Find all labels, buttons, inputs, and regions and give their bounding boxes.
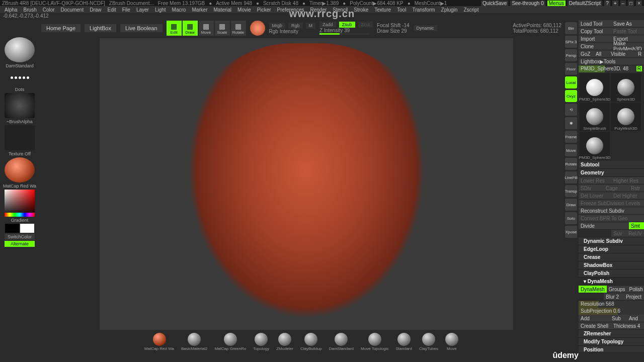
dynamesh-header[interactable]: ▾ DynaMesh	[579, 278, 644, 286]
help-icon[interactable]: ?	[604, 1, 610, 6]
frame-icon[interactable]: Frame	[565, 131, 577, 143]
brush-move-topologic[interactable]: Move Topologic	[361, 333, 388, 351]
move-icon[interactable]: Move	[565, 144, 577, 156]
defaultz-btn[interactable]: DefaultZScript	[568, 1, 602, 6]
suv-btn[interactable]: Suv	[611, 230, 626, 237]
seethrough[interactable]: See-through 0	[510, 1, 545, 6]
add-btn[interactable]: Add	[579, 315, 610, 322]
subtool-header[interactable]: Subtool	[579, 161, 644, 169]
brush-matcap-red-wa[interactable]: MatCap Red Wa	[144, 333, 174, 351]
menu-picker[interactable]: Picker	[255, 7, 274, 13]
zadd-chip[interactable]: Zadd	[319, 22, 336, 28]
brush-claybuildup[interactable]: ClayBuildup	[300, 333, 322, 351]
draw-icon[interactable]: Draw	[565, 199, 577, 211]
claypolish-header[interactable]: ClayPolish	[579, 269, 644, 278]
move-mode[interactable]: ▦Move	[199, 21, 214, 36]
quicksave-btn[interactable]: QuickSave	[481, 1, 508, 6]
modtopo-header[interactable]: Modify Topology	[579, 338, 644, 346]
copytool-btn[interactable]: Copy Tool	[579, 28, 611, 35]
visible-btn[interactable]: Visible	[609, 50, 636, 57]
floor-icon[interactable]: Floor	[565, 63, 577, 75]
brush-claytubes[interactable]: ClayTubes	[419, 333, 438, 351]
zremesher-header[interactable]: ZRemesher	[579, 330, 644, 338]
tool-slider[interactable]: PM3D_Sphere3D. 48R	[579, 65, 644, 72]
menu-movie[interactable]: Movie	[235, 7, 254, 13]
plus-icon[interactable]: +	[612, 1, 618, 6]
menu-stroke[interactable]: Stroke	[351, 7, 371, 13]
menus-btn[interactable]: Menus	[547, 1, 566, 6]
transp-icon[interactable]: Transp	[565, 185, 577, 197]
shadowbox-header[interactable]: ShadowBox	[579, 261, 644, 269]
smt-btn[interactable]: Smt	[629, 222, 644, 229]
draw-size[interactable]: Draw Size 29	[377, 28, 409, 34]
minimize-icon[interactable]: –	[620, 1, 626, 6]
subproj-slider[interactable]: SubProjection 0.6	[579, 308, 644, 315]
lightbox-btn[interactable]: LightBox	[85, 24, 116, 32]
menu-file[interactable]: File	[120, 7, 133, 13]
rotate-mode[interactable]: ▦Rotate	[231, 21, 246, 36]
menu-alpha[interactable]: Alpha	[2, 7, 20, 13]
reuv-btn[interactable]: ReUV	[626, 230, 644, 237]
r-btn[interactable]: R	[636, 50, 644, 57]
stroke-thumb[interactable]	[11, 69, 29, 86]
menu-draw[interactable]: Draw	[87, 7, 104, 13]
zcut-chip[interactable]: Zcut	[358, 22, 373, 28]
dynamic-chip[interactable]: Dynamic	[414, 25, 437, 31]
local-icon[interactable]: Local	[565, 76, 577, 88]
material-thumb[interactable]	[5, 157, 35, 183]
draw-mode[interactable]: ▦Draw	[183, 21, 198, 36]
position-header[interactable]: Position	[579, 346, 644, 352]
rotate-icon[interactable]: Rotate	[565, 158, 577, 170]
dynamesh-btn[interactable]: DynaMesh	[579, 286, 607, 293]
brush-standard[interactable]: Standard	[395, 333, 412, 351]
cage-btn[interactable]: Cage	[604, 185, 629, 192]
menu-stencil[interactable]: Stencil	[330, 7, 350, 13]
pastetool-btn[interactable]: Paste Tool	[611, 28, 644, 35]
blur-btn[interactable]: Blur 2	[604, 293, 624, 300]
brush-thumb[interactable]	[5, 37, 35, 62]
linefill-icon[interactable]: LineFill	[565, 171, 577, 184]
thickness-slider[interactable]: Thickness 4	[611, 322, 644, 329]
tool-pm3d_sphere3d[interactable]: PM3D_Sphere3D	[580, 132, 610, 160]
recon-btn[interactable]: Reconstruct Subdiv	[579, 207, 644, 214]
lowerres-btn[interactable]: Lower Res	[579, 177, 611, 184]
freeze-btn[interactable]: Freeze SubDivision Levels	[579, 200, 644, 207]
rstr-btn[interactable]: Rstr	[629, 185, 644, 192]
makepoly-btn[interactable]: Make PolyMesh3D	[611, 43, 644, 50]
createshell-btn[interactable]: Create Shell	[579, 322, 611, 329]
focal-shift[interactable]: Focal Shift -14	[377, 23, 409, 28]
menu-zscript[interactable]: Zscript	[461, 7, 481, 13]
menu-light[interactable]: Light	[152, 7, 169, 13]
menu-macro[interactable]: Macro	[170, 7, 189, 13]
bin-icon[interactable]: Bin	[565, 22, 577, 34]
menu-layer[interactable]: Layer	[134, 7, 151, 13]
clone-btn[interactable]: Clone	[579, 43, 611, 50]
menu-brush[interactable]: Brush	[21, 7, 39, 13]
menu-edit[interactable]: Edit	[105, 7, 119, 13]
solo-icon[interactable]: Solo	[565, 212, 577, 224]
scale-mode[interactable]: ▦Scale	[215, 21, 230, 36]
loadtool-btn[interactable]: Load Tool	[579, 20, 611, 27]
✱-icon[interactable]: ✱	[565, 117, 577, 129]
saveas-btn[interactable]: Save As	[611, 20, 644, 27]
brush-matcap-greenro[interactable]: MatCap GreenRo	[214, 333, 246, 351]
⟲-icon[interactable]: ⟲	[565, 104, 577, 116]
menu-preferences[interactable]: Preferences	[275, 7, 307, 13]
brush-damstandard[interactable]: DamStandard	[329, 333, 354, 351]
geometry-header[interactable]: Geometry	[579, 169, 644, 177]
menu-tool[interactable]: Tool	[394, 7, 409, 13]
swatch-row[interactable]	[5, 224, 34, 233]
brush-topology[interactable]: Topology	[253, 333, 269, 351]
brush-move[interactable]: Move	[445, 333, 458, 351]
sub-btn[interactable]: Sub	[610, 315, 627, 322]
menu-transform[interactable]: Transform	[410, 7, 437, 13]
livebool-btn[interactable]: Live Boolean	[120, 24, 163, 32]
polish-btn[interactable]: Polish	[627, 286, 644, 293]
divide-btn[interactable]: Divide	[579, 222, 629, 229]
oxyz-icon[interactable]: Oxyz	[565, 90, 577, 102]
delhigher-btn[interactable]: Del Higher	[611, 192, 644, 199]
brush-basicmaterial2[interactable]: BasicMaterial2	[181, 333, 207, 351]
all-btn[interactable]: All	[594, 50, 609, 57]
tool-simplebrush[interactable]: SimpleBrush	[580, 103, 610, 131]
and-btn[interactable]: And	[627, 315, 644, 322]
